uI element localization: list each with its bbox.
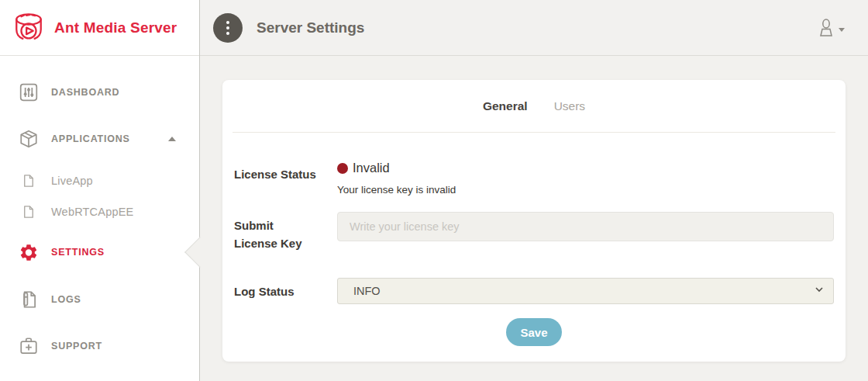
collapse-caret-icon[interactable]	[168, 137, 176, 141]
sidebar-item-liveapp[interactable]: LiveApp	[0, 165, 199, 196]
sidebar-item-logs[interactable]: LOGS	[0, 281, 199, 318]
submit-license-row: Submit License Key	[234, 212, 834, 252]
license-status-caption: Your license key is invalid	[337, 184, 834, 196]
submit-license-label-line1: Submit	[234, 216, 337, 234]
brand[interactable]: Ant Media Server	[0, 0, 199, 56]
settings-form: License Status Invalid Your license key …	[222, 133, 846, 346]
sidebar-item-label: SUPPORT	[51, 341, 102, 352]
ant-media-logo-icon	[11, 12, 46, 44]
license-status-row: License Status Invalid Your license key …	[234, 161, 834, 196]
user-menu[interactable]	[818, 18, 845, 38]
sidebar-item-label: SETTINGS	[51, 247, 105, 258]
settings-card: General Users License Status Invalid You…	[222, 80, 846, 362]
sidebar-nav: DASHBOARD APPLICATIONS	[0, 56, 199, 365]
page-title: Server Settings	[257, 19, 364, 36]
logs-icon	[19, 289, 39, 310]
kebab-dot	[226, 32, 229, 35]
file-icon	[22, 174, 36, 188]
sidebar-item-label: DASHBOARD	[51, 87, 119, 98]
topbar: Server Settings	[200, 0, 868, 56]
status-dot-icon	[337, 163, 348, 174]
license-status-value: Invalid	[337, 161, 834, 175]
brand-name: Ant Media Server	[54, 19, 177, 36]
sidebar-item-support[interactable]: SUPPORT	[0, 327, 199, 365]
gear-icon	[19, 242, 39, 262]
sidebar-item-applications[interactable]: APPLICATIONS	[0, 120, 199, 158]
main-area: Server Settings General Users	[200, 0, 868, 381]
sidebar-item-settings[interactable]: SETTINGS	[0, 234, 199, 271]
sidebar-item-webrtcappee[interactable]: WebRTCAppEE	[0, 196, 199, 227]
tab-general[interactable]: General	[483, 99, 528, 113]
tabs: General Users	[222, 80, 846, 132]
log-status-row: Log Status INFO	[234, 278, 834, 304]
save-row: Save	[234, 318, 834, 346]
sidebar-item-label: APPLICATIONS	[51, 133, 130, 144]
sidebar-item-label: LiveApp	[51, 175, 93, 187]
dashboard-icon	[19, 82, 39, 102]
kebab-menu-button[interactable]	[213, 13, 243, 43]
log-status-label: Log Status	[234, 278, 337, 300]
content: General Users License Status Invalid You…	[200, 56, 868, 381]
user-icon	[818, 18, 835, 38]
submit-license-label: Submit License Key	[234, 212, 337, 252]
kebab-dot	[226, 21, 229, 24]
chevron-down-icon	[839, 28, 845, 32]
license-key-input[interactable]	[337, 212, 834, 241]
app-window: Ant Media Server DASHBOARD	[0, 0, 868, 381]
sidebar: Ant Media Server DASHBOARD	[0, 0, 200, 381]
sidebar-item-label: LOGS	[51, 294, 81, 305]
submit-license-label-line2: License Key	[234, 234, 337, 252]
license-status-text: Invalid	[353, 161, 390, 175]
tab-users[interactable]: Users	[554, 99, 585, 113]
sidebar-item-label: WebRTCAppEE	[51, 206, 133, 218]
applications-icon	[19, 129, 39, 149]
log-status-select[interactable]: INFO	[337, 278, 834, 304]
file-icon	[22, 205, 36, 219]
kebab-dot	[226, 26, 229, 29]
license-status-label: License Status	[234, 161, 337, 183]
save-button[interactable]: Save	[506, 318, 561, 346]
sidebar-item-dashboard[interactable]: DASHBOARD	[0, 74, 199, 111]
support-icon	[19, 336, 39, 356]
